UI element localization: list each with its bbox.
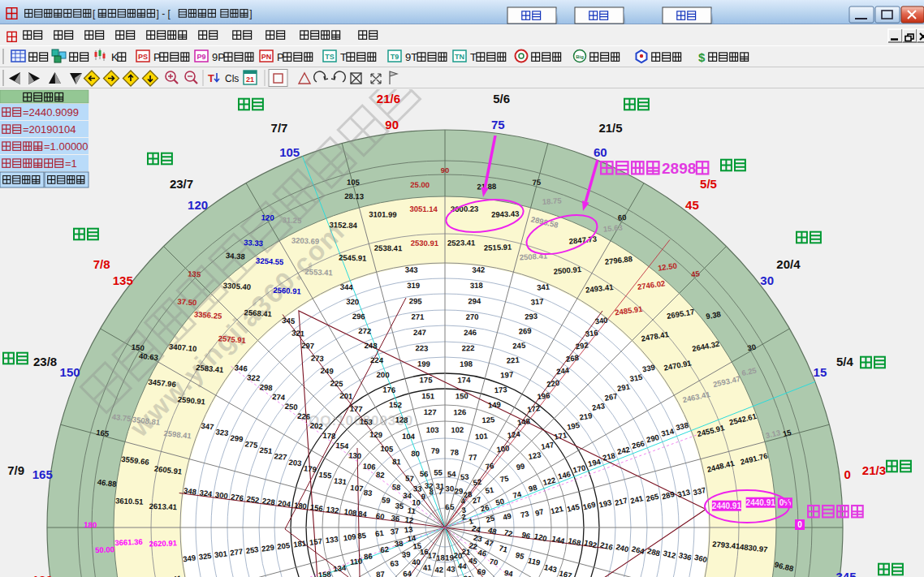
svg-text:3101.99: 3101.99 xyxy=(369,209,397,219)
svg-text:295: 295 xyxy=(409,296,423,305)
svg-text:220: 220 xyxy=(546,378,560,389)
svg-text:106: 106 xyxy=(362,462,376,472)
svg-text:2560.91: 2560.91 xyxy=(273,286,302,296)
svg-text:$: $ xyxy=(698,50,706,64)
svg-text:252: 252 xyxy=(246,494,260,505)
svg-text:2943.43: 2943.43 xyxy=(491,209,520,219)
svg-text:158: 158 xyxy=(317,569,331,577)
svg-text:18: 18 xyxy=(436,553,445,562)
svg-text:135: 135 xyxy=(188,269,201,278)
svg-text:105: 105 xyxy=(279,145,300,159)
svg-text:105: 105 xyxy=(380,444,394,454)
svg-text:343: 343 xyxy=(405,265,418,274)
svg-text:35: 35 xyxy=(395,501,404,510)
svg-text:224: 224 xyxy=(370,355,384,365)
svg-text:132: 132 xyxy=(326,505,339,515)
svg-text:120: 120 xyxy=(188,198,208,212)
svg-text:33: 33 xyxy=(413,484,422,493)
svg-text:175: 175 xyxy=(420,375,434,384)
svg-text:226: 226 xyxy=(297,411,311,421)
svg-text:120: 120 xyxy=(261,213,274,222)
svg-text:2523.41: 2523.41 xyxy=(447,238,476,247)
svg-text:45: 45 xyxy=(685,198,699,212)
svg-text:271: 271 xyxy=(411,312,425,321)
svg-text:103: 103 xyxy=(426,425,439,434)
svg-text:25.00: 25.00 xyxy=(410,180,430,189)
svg-text:223: 223 xyxy=(415,343,428,352)
svg-text:245: 245 xyxy=(512,341,526,351)
svg-text:316: 316 xyxy=(585,328,598,338)
svg-text:58: 58 xyxy=(391,482,400,492)
svg-text:346: 346 xyxy=(234,363,248,372)
svg-text:202: 202 xyxy=(309,421,323,431)
svg-text:344: 344 xyxy=(340,282,354,292)
svg-text:28.13: 28.13 xyxy=(344,192,364,201)
svg-text:29: 29 xyxy=(454,486,463,496)
svg-text:2515.91: 2515.91 xyxy=(484,243,512,252)
svg-text:9P: 9P xyxy=(212,51,225,63)
svg-text:86: 86 xyxy=(364,551,373,561)
svg-text:=20190104: =20190104 xyxy=(23,123,76,136)
svg-text:347: 347 xyxy=(201,421,214,432)
svg-text:7/8: 7/8 xyxy=(93,257,110,271)
svg-text:249: 249 xyxy=(320,366,333,376)
svg-text:=1: =1 xyxy=(65,157,77,170)
svg-text:2440.91: 2440.91 xyxy=(746,498,776,507)
svg-text:30: 30 xyxy=(746,342,757,353)
svg-text:40.63: 40.63 xyxy=(139,351,159,362)
svg-text:102: 102 xyxy=(451,425,464,434)
svg-text:77: 77 xyxy=(468,453,477,463)
svg-text:248: 248 xyxy=(365,341,378,351)
svg-text:43: 43 xyxy=(447,564,456,573)
svg-text:178: 178 xyxy=(322,431,336,441)
svg-text:229: 229 xyxy=(261,543,274,553)
svg-text:2568.41: 2568.41 xyxy=(244,308,273,318)
svg-text:78: 78 xyxy=(450,448,459,457)
svg-text:174: 174 xyxy=(457,375,471,384)
svg-text:P9: P9 xyxy=(196,53,205,61)
svg-text:299: 299 xyxy=(230,433,244,444)
svg-text:222: 222 xyxy=(462,343,475,352)
svg-text:] - [: ] - [ xyxy=(157,8,171,19)
svg-text:28: 28 xyxy=(463,489,473,499)
svg-text:148: 148 xyxy=(516,416,530,427)
svg-text:253: 253 xyxy=(245,545,259,555)
svg-text:38: 38 xyxy=(394,539,404,549)
svg-text:23/8: 23/8 xyxy=(33,355,57,368)
svg-text:247: 247 xyxy=(413,328,426,337)
svg-text:=1.00000: =1.00000 xyxy=(44,140,89,153)
svg-text:20/4: 20/4 xyxy=(776,257,801,271)
svg-text:203: 203 xyxy=(288,458,302,468)
svg-text:276: 276 xyxy=(231,492,244,502)
svg-text:3203.69: 3203.69 xyxy=(291,235,320,245)
svg-text:341: 341 xyxy=(537,282,551,291)
svg-text:PS: PS xyxy=(138,53,148,61)
svg-text:225: 225 xyxy=(330,378,343,388)
svg-text:177: 177 xyxy=(349,404,362,414)
svg-text:99: 99 xyxy=(516,461,525,472)
svg-text:345: 345 xyxy=(282,316,296,325)
svg-text:340: 340 xyxy=(594,316,608,326)
svg-text:5/4: 5/4 xyxy=(836,355,854,368)
svg-text:34: 34 xyxy=(403,491,412,501)
svg-text:5/6: 5/6 xyxy=(493,92,510,105)
svg-text:176: 176 xyxy=(382,385,395,394)
svg-text:100: 100 xyxy=(496,443,510,454)
svg-text:293: 293 xyxy=(525,312,538,321)
svg-text:33.33: 33.33 xyxy=(244,238,263,248)
svg-text:251: 251 xyxy=(259,446,274,456)
svg-text:128: 128 xyxy=(395,415,408,424)
svg-text:34.38: 34.38 xyxy=(226,251,245,261)
svg-text:322: 322 xyxy=(247,372,261,382)
svg-text:63: 63 xyxy=(390,558,399,568)
svg-text:250: 250 xyxy=(284,402,298,411)
svg-text:53: 53 xyxy=(460,472,469,482)
svg-text:79: 79 xyxy=(431,446,440,455)
svg-text:15: 15 xyxy=(814,365,827,379)
svg-text:319: 319 xyxy=(407,281,420,290)
svg-text:125: 125 xyxy=(481,415,495,424)
svg-text:62: 62 xyxy=(380,545,390,554)
svg-text:348: 348 xyxy=(184,486,197,497)
svg-text:31.25: 31.25 xyxy=(282,215,302,225)
svg-text:19: 19 xyxy=(445,553,454,562)
